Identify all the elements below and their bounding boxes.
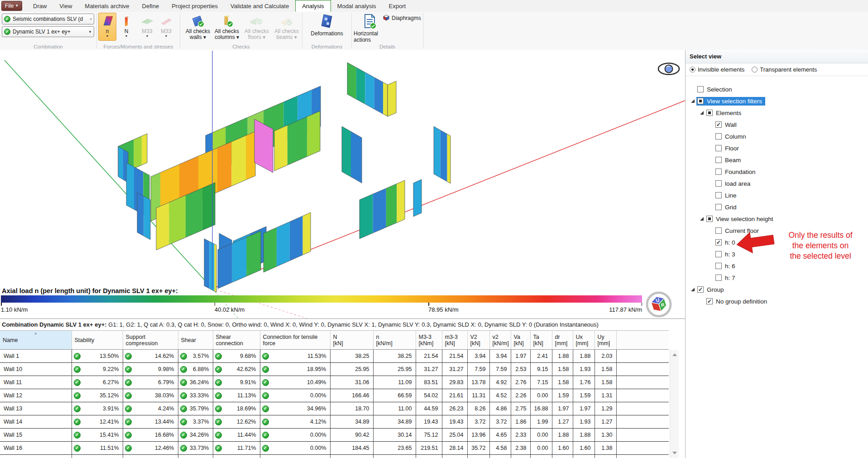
tree-item-h-6[interactable]: h: 6	[686, 260, 868, 272]
table-row-wall-1[interactable]: Wall 113.50%14.62%3.57%9.68%11.53%38.253…	[0, 350, 669, 363]
horizontal-actions-button[interactable]: Horizontal actions	[353, 13, 387, 41]
scroll-down-icon[interactable]	[672, 452, 677, 454]
tree-item-foundation[interactable]: Foundation	[686, 166, 868, 178]
column-header-m3-3-knm[interactable]: M3-3[kNm]	[416, 331, 442, 350]
column-header-shear[interactable]: Shear	[178, 331, 213, 350]
table-row-wall-15[interactable]: Wall 1515.41%16.68%34.26%11.44%0.00%90.4…	[0, 429, 669, 442]
table-row-wall-12[interactable]: Wall 1235.12%38.03%33.33%11.13%0.00%166.…	[0, 389, 669, 402]
tree-item-view-selection-height[interactable]: View selection height	[686, 213, 868, 225]
forces-button-n-0[interactable]: n▼	[98, 13, 116, 41]
column-header-connection-for-tensile-force[interactable]: Connection for tensile force	[260, 331, 330, 350]
checkbox-view-selection-height[interactable]	[706, 216, 713, 222]
tab-modal-analysis[interactable]: Modal analysis	[331, 0, 383, 12]
checkbox-no-group-definition[interactable]	[706, 298, 713, 304]
tree-item-wall[interactable]: Wall	[686, 119, 868, 130]
checkbox-h-0[interactable]	[715, 239, 722, 246]
tree-item-view-selection-filters[interactable]: View selection filters	[686, 95, 868, 107]
column-header-va-kn[interactable]: Va[kN]	[511, 331, 530, 350]
column-header-v2-kn[interactable]: V2[kN]	[467, 331, 489, 350]
tree-item-group[interactable]: Group	[686, 284, 868, 295]
checkbox-h-7[interactable]	[715, 275, 722, 281]
dynamic-combination-dropdown[interactable]: Dynamic SLV 1 ex+ ey+ ▼	[2, 26, 94, 37]
checkbox-floor[interactable]	[715, 145, 722, 151]
eye-visibility-icon[interactable]	[658, 63, 679, 75]
expander-icon[interactable]	[690, 99, 696, 103]
scroll-up-icon[interactable]	[672, 353, 677, 356]
radio-button-icon[interactable]	[690, 67, 695, 72]
all-checks-columns-button[interactable]: All checkscolumns ▾	[213, 13, 241, 41]
column-header-shear-connection[interactable]: Shear connection	[213, 331, 260, 350]
checkbox-beam[interactable]	[715, 157, 722, 163]
checkbox-foundation[interactable]	[715, 169, 722, 175]
expander-spacer	[708, 146, 715, 150]
table-row-wall-11[interactable]: Wall 116.27%6.79%36.24%9.91%10.49%31.061…	[0, 376, 669, 389]
tab-export[interactable]: Export	[383, 0, 412, 12]
column-header-name[interactable]: ▲Name	[0, 331, 72, 350]
checkbox-group[interactable]	[697, 286, 704, 293]
radio-transparent-elements[interactable]: Transparent elements	[752, 66, 817, 73]
expander-icon[interactable]	[699, 217, 705, 221]
checkbox-view-selection-filters[interactable]	[697, 98, 704, 104]
column-header-n-kn[interactable]: N[kN]	[330, 331, 373, 350]
column-header-n-kn-m[interactable]: n[kN/m]	[373, 331, 416, 350]
checkbox-current-floor[interactable]	[715, 227, 722, 234]
file-button[interactable]: File ▼	[1, 1, 22, 11]
checkbox-column[interactable]	[715, 133, 722, 140]
table-row-wall-13[interactable]: Wall 133.91%4.24%35.79%18.69%34.96%18.70…	[0, 402, 669, 415]
column-header-support-compression[interactable]: Support compression	[123, 331, 178, 350]
all-checks-floors-button[interactable]: All checksfloors ▾	[243, 13, 271, 41]
column-header-uy-mm[interactable]: Uy[mm]	[595, 331, 616, 350]
checkbox-h-6[interactable]	[715, 263, 722, 269]
forces-button-n-1[interactable]: N▼	[117, 13, 135, 41]
checkbox-wall[interactable]	[715, 121, 722, 128]
checkbox-selection[interactable]	[697, 86, 704, 92]
tab-validate-and-calculate[interactable]: Validate and Calculate	[224, 0, 295, 12]
tree-item-selection[interactable]: Selection	[686, 83, 868, 95]
all-checks-beams-button[interactable]: All checksbeams ▾	[273, 13, 301, 41]
tab-materials-archive[interactable]: Materials archive	[78, 0, 135, 12]
model-viewport[interactable]: U R Axial load n (per length unit) for D…	[0, 50, 685, 318]
tree-item-h-7[interactable]: h: 7	[686, 272, 868, 284]
column-header-dr-mm[interactable]: dr[mm]	[552, 331, 573, 350]
tab-analysis[interactable]: Analysis	[295, 0, 331, 12]
checkbox-elements[interactable]	[706, 110, 713, 116]
table-row-wall-16[interactable]: Wall 1611.51%12.46%33.73%11.71%0.00%184.…	[0, 442, 669, 455]
checkbox-grid[interactable]	[715, 204, 722, 210]
forces-button-m33-3[interactable]: M33▼	[157, 13, 175, 41]
tab-view[interactable]: View	[53, 0, 78, 12]
cell-value: 3.72	[467, 415, 489, 429]
tab-draw[interactable]: Draw	[27, 0, 53, 12]
tree-item-no-group-definition[interactable]: No group definition	[686, 295, 868, 307]
column-header-m3-3-kn[interactable]: m3-3[kN]	[442, 331, 467, 350]
tab-define[interactable]: Define	[136, 0, 166, 12]
table-row-wall-10[interactable]: Wall 109.22%9.98%6.88%42.62%18.95%25.952…	[0, 363, 669, 376]
tree-item-load-area[interactable]: load area	[686, 178, 868, 189]
forces-button-m33-2[interactable]: M33▼	[138, 13, 156, 41]
tree-item-grid[interactable]: Grid	[686, 201, 868, 213]
table-scrollbar[interactable]	[670, 350, 679, 458]
tab-project-properties[interactable]: Project properties	[165, 0, 224, 12]
column-header-ta-kn[interactable]: Ta[kN]	[530, 331, 552, 350]
table-row-partial[interactable]	[0, 455, 669, 458]
column-header-ux-mm[interactable]: Ux[mm]	[573, 331, 595, 350]
checkbox-load-area[interactable]	[715, 180, 722, 187]
diaphragms-button[interactable]: Diaphragms	[383, 14, 421, 23]
checkbox-h-3[interactable]	[715, 251, 722, 257]
expander-icon[interactable]	[690, 288, 696, 292]
navigation-cube-logo[interactable]: U R	[647, 293, 671, 316]
tree-item-floor[interactable]: Floor	[686, 142, 868, 154]
tree-item-column[interactable]: Column	[686, 130, 868, 142]
deformations-button[interactable]: Deformations	[306, 13, 348, 41]
radio-button-icon[interactable]	[752, 67, 758, 72]
tree-item-beam[interactable]: Beam	[686, 154, 868, 166]
column-header-v2-kn-m[interactable]: v2[kN/m]	[489, 331, 511, 350]
expander-icon[interactable]	[699, 111, 705, 115]
column-header-stability[interactable]: Stability	[72, 331, 123, 350]
tree-item-line[interactable]: Line	[686, 189, 868, 201]
all-checks-walls-button[interactable]: All checkswalls ▾	[184, 13, 212, 41]
radio-invisible-elements[interactable]: Invisible elements	[690, 66, 744, 73]
table-row-wall-14[interactable]: Wall 1412.41%13.44%3.37%12.62%4.12%34.89…	[0, 415, 669, 429]
seismic-combination-dropdown[interactable]: Seismic combinations SLV (d ˅	[2, 14, 94, 24]
checkbox-line[interactable]	[715, 192, 722, 198]
tree-item-elements[interactable]: Elements	[686, 107, 868, 119]
